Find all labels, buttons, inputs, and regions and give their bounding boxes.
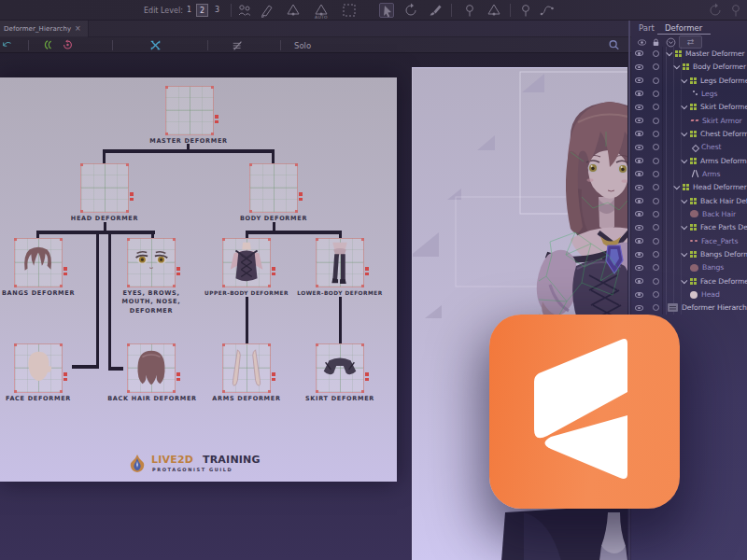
visibility-eye-icon[interactable]: [635, 158, 643, 163]
reset-loop-icon[interactable]: [62, 39, 74, 51]
search-icon[interactable]: [608, 39, 620, 51]
lock-ring-icon[interactable]: [653, 278, 659, 285]
lock-ring-icon[interactable]: [653, 304, 659, 311]
lock-ring-icon[interactable]: [653, 238, 659, 245]
curve-icon[interactable]: [540, 3, 555, 18]
skirt-deformer-box[interactable]: [316, 343, 364, 393]
lock-ring-icon[interactable]: [653, 224, 659, 231]
visibility-eye-icon[interactable]: [635, 305, 643, 311]
tree-row-skirt-armor[interactable]: Skirt Armor: [631, 114, 747, 127]
visibility-eye-icon[interactable]: [635, 77, 643, 83]
circle-tool2-icon[interactable]: [728, 3, 743, 18]
back-hair-deformer-box[interactable]: [127, 343, 176, 393]
undo-arc-icon[interactable]: [2, 39, 14, 51]
visibility-eye-icon[interactable]: [635, 265, 643, 271]
lock-ring-icon[interactable]: [653, 184, 659, 190]
cursor-arrow-icon[interactable]: [379, 3, 394, 18]
visibility-eye-icon[interactable]: [635, 278, 643, 284]
head-deformer-box[interactable]: [80, 163, 129, 213]
lasso-rect-icon[interactable]: [462, 3, 477, 18]
chevron-down-icon[interactable]: [681, 157, 687, 163]
tree-row-face-parts-deformer[interactable]: Face Parts Deformer: [631, 221, 747, 234]
body-deformer-box[interactable]: [249, 163, 298, 213]
tree-row-legs-deformer[interactable]: Legs Deformer: [631, 74, 747, 87]
deformer-hierarchy-canvas[interactable]: MASTER DEFORMER HEAD DEFORMER BODY DEFOR…: [0, 77, 397, 482]
visibility-eye-icon[interactable]: [635, 91, 643, 96]
brush-icon[interactable]: [428, 3, 443, 18]
lock-ring-icon[interactable]: [653, 158, 659, 164]
tree-row-head-deformer[interactable]: Head Deformer: [631, 181, 747, 194]
lock-ring-icon[interactable]: [653, 211, 659, 217]
tree-row-back-hair[interactable]: Back Hair: [631, 207, 747, 220]
chevron-down-icon[interactable]: [666, 49, 672, 56]
mesh-pen-icon[interactable]: [260, 3, 275, 18]
solo-label[interactable]: Solo: [294, 41, 311, 50]
visibility-eye-icon[interactable]: [635, 118, 643, 123]
chevron-down-icon[interactable]: [681, 277, 687, 284]
chevron-down-icon[interactable]: [681, 250, 687, 257]
visibility-eye-icon[interactable]: [635, 238, 643, 244]
visibility-eye-icon[interactable]: [635, 64, 643, 70]
chevron-down-icon[interactable]: [673, 184, 680, 190]
tree-row-bangs-deformer[interactable]: Bangs Deformer: [631, 247, 747, 260]
chevron-down-icon[interactable]: [681, 224, 687, 231]
visibility-eye-icon[interactable]: [635, 171, 643, 176]
edit-level-2-button[interactable]: 2: [196, 4, 208, 17]
users-icon[interactable]: [237, 3, 252, 18]
visibility-eye-icon[interactable]: [635, 185, 643, 190]
lock-ring-icon[interactable]: [653, 198, 659, 204]
tree-row-bangs[interactable]: Bangs: [631, 261, 747, 274]
visibility-eye-icon[interactable]: [635, 252, 643, 258]
lock-ring-icon[interactable]: [653, 104, 659, 110]
visibility-eye-icon[interactable]: [635, 131, 643, 136]
chevron-down-icon[interactable]: [681, 130, 687, 136]
tree-row-master-deformer[interactable]: Master Deformer: [631, 47, 747, 60]
chevron-down-icon[interactable]: [681, 103, 687, 109]
eyes-deformer-box[interactable]: [127, 238, 176, 287]
lock-ring-icon[interactable]: [653, 50, 659, 57]
visibility-eye-icon[interactable]: [635, 211, 643, 217]
lasso-free-icon[interactable]: [486, 3, 501, 18]
rotate-icon[interactable]: [403, 3, 418, 18]
lock-ring-icon[interactable]: [653, 291, 659, 298]
lock-ring-icon[interactable]: [653, 251, 659, 258]
face-deformer-box[interactable]: [14, 343, 63, 393]
tab-close-icon[interactable]: ×: [75, 24, 81, 33]
tree-row-deformer-hierarchy[interactable]: Deformer Hierarchy: [631, 301, 747, 315]
visibility-eye-icon[interactable]: [635, 292, 643, 298]
circle-tool-icon[interactable]: [708, 3, 723, 18]
tab-deformer[interactable]: Deformer: [665, 23, 702, 33]
lower-body-deformer-box[interactable]: [316, 238, 364, 287]
visibility-eye-icon[interactable]: [635, 105, 643, 110]
tree-row-back-hair-deformer[interactable]: Back Hair Deformer: [631, 194, 747, 207]
onion-skin-icon[interactable]: [43, 39, 55, 51]
lock-ring-icon[interactable]: [653, 63, 659, 70]
tree-row-chest[interactable]: Chest: [631, 141, 747, 154]
chevron-down-icon[interactable]: [681, 77, 687, 83]
tree-row-head[interactable]: Head: [631, 287, 747, 301]
fit-view-icon[interactable]: [149, 39, 162, 51]
lock-ring-icon[interactable]: [653, 118, 659, 124]
tree-row-arms-deformer[interactable]: Arms Deformer: [631, 154, 747, 167]
arms-deformer-box[interactable]: [222, 343, 271, 393]
lock-ring-icon[interactable]: [653, 77, 659, 84]
hide-guides-icon[interactable]: [232, 39, 244, 51]
edit-level-3-button[interactable]: 3: [211, 4, 223, 17]
visibility-eye-icon[interactable]: [635, 145, 643, 150]
tree-row-body-deformer[interactable]: Body Deformer: [631, 61, 747, 74]
visibility-eye-icon[interactable]: [635, 50, 643, 56]
marquee-icon[interactable]: [342, 3, 357, 18]
tree-row-chest-deformer[interactable]: Chest Deformer: [631, 127, 747, 140]
lock-ring-icon[interactable]: [653, 171, 659, 177]
tab-deformer-hierarchy[interactable]: Deformer_Hierarchy ×: [0, 21, 89, 37]
visibility-eye-icon[interactable]: [635, 198, 643, 203]
tree-row-arms[interactable]: Arms: [631, 167, 747, 180]
lock-ring-icon[interactable]: [653, 91, 659, 97]
lock-ring-icon[interactable]: [653, 264, 659, 271]
pin-icon[interactable]: [518, 3, 533, 18]
tree-row-face-parts[interactable]: Face_Parts: [631, 234, 747, 247]
visibility-eye-icon[interactable]: [635, 225, 643, 231]
tree-row-legs[interactable]: Legs: [631, 87, 747, 100]
chevron-down-icon[interactable]: [673, 63, 680, 69]
lock-ring-icon[interactable]: [653, 144, 659, 150]
